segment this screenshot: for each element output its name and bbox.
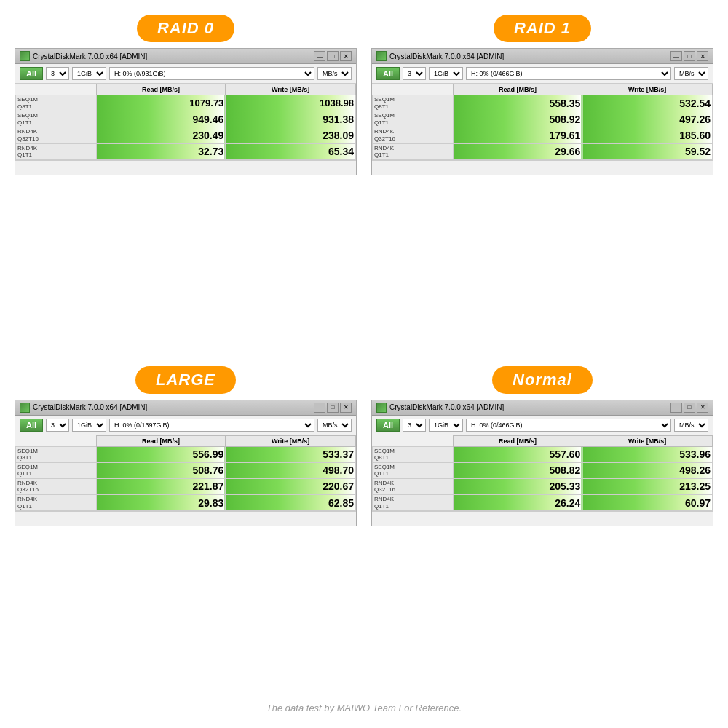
window-footer xyxy=(15,511,356,526)
value-cell: 32.73 xyxy=(96,143,226,159)
toolbar-select[interactable]: 1GiB xyxy=(429,67,463,80)
row-label: RND4KQ32T16 xyxy=(16,478,97,494)
close-button[interactable]: ✕ xyxy=(340,51,352,61)
minimize-button[interactable]: — xyxy=(314,51,325,61)
value-cell: 1079.73 xyxy=(96,95,226,111)
toolbar-select[interactable]: 3 xyxy=(46,419,69,432)
footer-text: The data test by MAIWO Team For Referenc… xyxy=(266,703,462,713)
app-icon xyxy=(376,403,387,413)
empty-header xyxy=(16,84,97,95)
row-label: RND4KQ1T1 xyxy=(16,143,97,159)
maximize-button[interactable]: □ xyxy=(684,403,695,413)
value-cell: 238.09 xyxy=(226,127,356,143)
value-cell: 59.52 xyxy=(582,143,713,159)
toolbar-select[interactable]: 1GiB xyxy=(72,67,106,80)
empty-header xyxy=(373,84,454,95)
row-label: RND4KQ32T16 xyxy=(373,127,454,143)
all-button[interactable]: All xyxy=(376,419,400,432)
toolbar-select[interactable]: MB/s xyxy=(317,67,352,80)
close-button[interactable]: ✕ xyxy=(697,403,708,413)
toolbar-select[interactable]: 1GiB xyxy=(429,419,463,432)
minimize-button[interactable]: — xyxy=(314,403,325,413)
value-cell: 556.99 xyxy=(96,446,226,462)
app-icon xyxy=(20,51,30,61)
maximize-button[interactable]: □ xyxy=(327,403,339,413)
table-row: RND4KQ1T129.6659.52 xyxy=(373,143,713,159)
toolbar-select[interactable]: H: 0% (0/931GiB) xyxy=(109,67,314,80)
panel-3: NormalCrystalDiskMark 7.0.0 x64 [ADMIN]—… xyxy=(371,366,713,696)
value-cell: 185.60 xyxy=(582,127,713,143)
value-cell: 213.25 xyxy=(582,478,713,494)
toolbar-select[interactable]: MB/s xyxy=(317,419,352,432)
value-cell: 532.54 xyxy=(582,95,713,111)
minimize-button[interactable]: — xyxy=(670,403,682,413)
maximize-button[interactable]: □ xyxy=(684,51,695,61)
toolbar-select[interactable]: MB/s xyxy=(674,419,708,432)
toolbar-select[interactable]: H: 0% (0/466GiB) xyxy=(466,67,671,80)
value-cell: 1038.98 xyxy=(226,95,356,111)
window-controls: —□✕ xyxy=(670,51,708,61)
close-button[interactable]: ✕ xyxy=(697,51,708,61)
toolbar-select[interactable]: H: 0% (0/1397GiB) xyxy=(109,419,314,432)
all-button[interactable]: All xyxy=(20,67,43,80)
window-title: CrystalDiskMark 7.0.0 x64 [ADMIN] xyxy=(33,52,311,60)
toolbar-3: All31GiBH: 0% (0/466GiB)MB/s xyxy=(372,416,713,435)
value-cell: 220.67 xyxy=(226,478,356,494)
write-header: Write [MB/s] xyxy=(582,435,713,446)
value-cell: 508.92 xyxy=(453,111,582,127)
all-button[interactable]: All xyxy=(376,67,400,80)
cdm-window-1: CrystalDiskMark 7.0.0 x64 [ADMIN]—□✕All3… xyxy=(371,48,713,175)
value-cell: 65.34 xyxy=(226,143,356,159)
value-cell: 533.96 xyxy=(582,446,713,462)
table-row: SEQ1MQ8T1557.60533.96 xyxy=(373,446,713,462)
toolbar-select[interactable]: MB/s xyxy=(674,67,708,80)
toolbar-1: All31GiBH: 0% (0/466GiB)MB/s xyxy=(372,64,713,84)
table-row: RND4KQ32T16221.87220.67 xyxy=(16,478,356,494)
value-cell: 508.76 xyxy=(96,462,226,478)
table-row: SEQ1MQ1T1949.46931.38 xyxy=(16,111,356,127)
panel-2: LARGECrystalDiskMark 7.0.0 x64 [ADMIN]—□… xyxy=(15,366,357,696)
badge-3: Normal xyxy=(492,366,593,394)
toolbar-select[interactable]: 3 xyxy=(403,67,426,80)
main-grid: RAID 0CrystalDiskMark 7.0.0 x64 [ADMIN]—… xyxy=(15,15,713,695)
minimize-button[interactable]: — xyxy=(670,51,682,61)
toolbar-select[interactable]: 3 xyxy=(46,67,69,80)
titlebar-3: CrystalDiskMark 7.0.0 x64 [ADMIN]—□✕ xyxy=(372,400,713,416)
table-row: SEQ1MQ8T1558.35532.54 xyxy=(373,95,713,111)
titlebar-0: CrystalDiskMark 7.0.0 x64 [ADMIN]—□✕ xyxy=(15,49,356,64)
all-button[interactable]: All xyxy=(20,419,43,432)
empty-header xyxy=(373,435,454,446)
write-header: Write [MB/s] xyxy=(582,84,713,95)
row-label: RND4KQ32T16 xyxy=(373,478,454,494)
row-label: RND4KQ1T1 xyxy=(373,143,454,159)
value-cell: 949.46 xyxy=(96,111,226,127)
write-header: Write [MB/s] xyxy=(226,84,356,95)
cdm-window-3: CrystalDiskMark 7.0.0 x64 [ADMIN]—□✕All3… xyxy=(371,400,713,527)
read-header: Read [MB/s] xyxy=(453,435,582,446)
table-row: RND4KQ32T16205.33213.25 xyxy=(373,478,713,494)
toolbar-select[interactable]: H: 0% (0/466GiB) xyxy=(466,419,671,432)
panel-1: RAID 1CrystalDiskMark 7.0.0 x64 [ADMIN]—… xyxy=(371,15,713,344)
write-header: Write [MB/s] xyxy=(226,435,356,446)
value-cell: 557.60 xyxy=(453,446,582,462)
row-label: SEQ1MQ1T1 xyxy=(16,462,97,478)
value-cell: 62.85 xyxy=(226,495,356,511)
window-footer xyxy=(15,160,356,175)
row-label: RND4KQ1T1 xyxy=(16,495,97,511)
window-title: CrystalDiskMark 7.0.0 x64 [ADMIN] xyxy=(389,403,668,411)
table-row: RND4KQ32T16230.49238.09 xyxy=(16,127,356,143)
value-cell: 558.35 xyxy=(453,95,582,111)
value-cell: 533.37 xyxy=(226,446,356,462)
read-header: Read [MB/s] xyxy=(96,435,226,446)
window-controls: —□✕ xyxy=(314,403,352,413)
value-cell: 179.61 xyxy=(453,127,582,143)
app-icon xyxy=(376,51,387,61)
row-label: SEQ1MQ1T1 xyxy=(373,462,454,478)
row-label: RND4KQ1T1 xyxy=(373,495,454,511)
close-button[interactable]: ✕ xyxy=(340,403,352,413)
toolbar-select[interactable]: 1GiB xyxy=(72,419,106,432)
maximize-button[interactable]: □ xyxy=(327,51,339,61)
row-label: SEQ1MQ8T1 xyxy=(373,95,454,111)
window-title: CrystalDiskMark 7.0.0 x64 [ADMIN] xyxy=(33,403,311,411)
toolbar-select[interactable]: 3 xyxy=(403,419,426,432)
